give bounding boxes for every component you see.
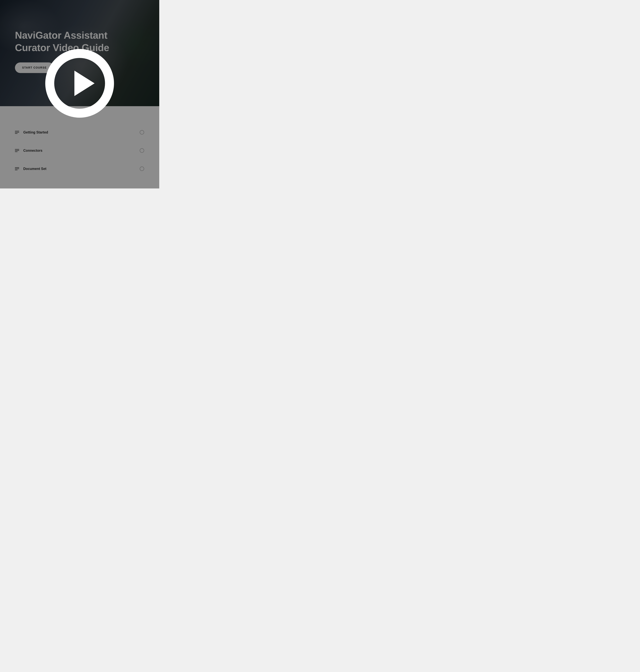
play-icon bbox=[45, 49, 114, 118]
play-button[interactable] bbox=[45, 49, 114, 118]
page: NaviGator Assistant Curator Video Guide … bbox=[0, 0, 159, 189]
